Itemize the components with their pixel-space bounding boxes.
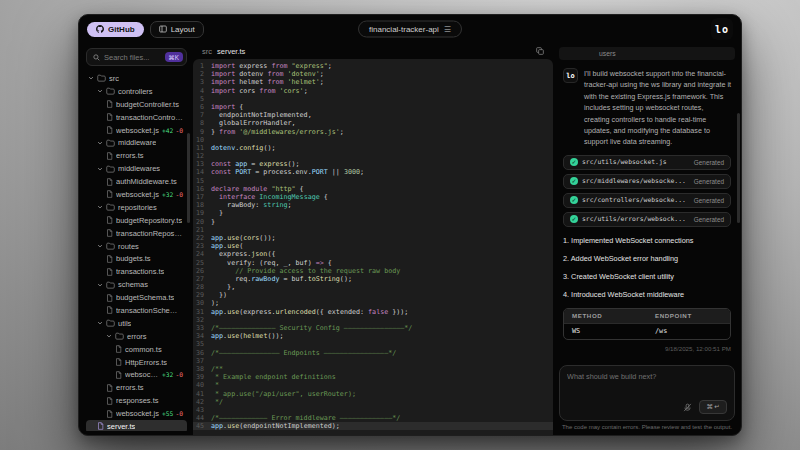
step-item: 2. Added WebSocket error handling	[563, 254, 731, 263]
session-tab[interactable]: users	[559, 47, 735, 60]
chat-scrollbar[interactable]	[737, 113, 740, 223]
send-button[interactable]: ⌘ ↵	[699, 400, 727, 414]
generated-file-card[interactable]: ✓src/controllers/websocke...Generated	[563, 193, 731, 208]
generated-file-card[interactable]: ✓src/middlewares/websocke...Generated	[563, 174, 731, 189]
mic-icon[interactable]	[683, 403, 692, 412]
line-number: 24	[193, 250, 211, 258]
code-line: 1import express from "express";	[193, 62, 553, 70]
generated-file-status: Generated	[694, 197, 724, 204]
tree-folder-schemas[interactable]: schemas	[86, 278, 187, 291]
tree-file-transactionSchema.ts[interactable]: transactionSchema.ts	[86, 304, 187, 317]
line-number: 18	[193, 201, 211, 209]
tree-file-websocket.js[interactable]: websocket.js+42-0	[86, 124, 187, 137]
line-number: 34	[193, 332, 211, 340]
copy-file-button[interactable]	[536, 47, 544, 55]
tree-file-websocket.js[interactable]: websocket.js+32-0	[86, 188, 187, 201]
tree-file-transactionRepository.ts[interactable]: transactionRepository.ts	[86, 227, 187, 240]
code-editor-panel: src server.ts 1import express from "expr…	[191, 43, 555, 435]
line-number: 36	[193, 349, 211, 357]
tree-item-label: repositories	[118, 203, 157, 212]
tree-file-responses.ts[interactable]: responses.ts	[86, 394, 187, 407]
tree-folder-utils[interactable]: utils	[86, 317, 187, 330]
tree-file-transactions.ts[interactable]: transactions.ts	[86, 265, 187, 278]
sidebar-scrollbar[interactable]	[187, 133, 190, 223]
line-number: 39	[193, 373, 211, 381]
code-line: 20}	[193, 218, 553, 226]
generated-file-card[interactable]: ✓src/utils/errors/websock...Generated	[563, 212, 731, 227]
tree-item-label: transactionSchema.ts	[116, 306, 183, 315]
tree-item-label: websocket.js	[116, 190, 159, 199]
tree-file-HttpErrors.ts[interactable]: HttpErrors.ts	[86, 356, 187, 369]
line-number: 42	[193, 398, 211, 406]
folder-icon	[106, 165, 115, 173]
line-number: 19	[193, 209, 211, 217]
tree-file-budgetRepository.ts[interactable]: budgetRepository.ts	[86, 214, 187, 227]
file-tree: srccontrollersbudgetController.tstransac…	[86, 72, 187, 431]
tree-file-errors.ts[interactable]: errors.ts	[86, 381, 187, 394]
chevron-down-icon	[97, 282, 103, 288]
tree-file-budgetController.ts[interactable]: budgetController.ts	[86, 98, 187, 111]
tree-folder-repositories[interactable]: repositories	[86, 201, 187, 214]
tree-folder-src[interactable]: src	[86, 72, 187, 85]
tree-file-server.ts[interactable]: server.ts	[86, 420, 187, 431]
line-number: 4	[193, 87, 211, 95]
chevron-down-icon	[97, 320, 103, 326]
breadcrumb-dir: src	[202, 47, 212, 56]
tree-folder-routes[interactable]: routes	[86, 240, 187, 253]
code-line: 19 }	[193, 209, 553, 217]
line-number: 2	[193, 70, 211, 78]
layout-icon	[159, 25, 167, 33]
search-input[interactable]	[104, 53, 161, 62]
table-header-cell: ENDPOINT	[647, 309, 730, 323]
layout-button[interactable]: Layout	[150, 21, 204, 38]
github-icon	[96, 25, 104, 33]
step-item: 1. Implemented WebSocket connections	[563, 236, 731, 245]
endpoint-table-body: WS/ws	[564, 323, 730, 339]
file-icon	[106, 229, 113, 237]
code-line: 29 })	[193, 291, 553, 299]
file-search[interactable]: ⌘K	[86, 48, 187, 66]
titlebar: GitHub Layout financial-tracker-api ☰ lo	[79, 15, 741, 43]
project-pill[interactable]: financial-tracker-api ☰	[358, 21, 462, 38]
tree-folder-controllers[interactable]: controllers	[86, 85, 187, 98]
chevron-down-icon	[97, 204, 103, 210]
file-icon	[115, 358, 122, 366]
generated-file-card[interactable]: ✓src/utils/websocket.jsGenerated	[563, 155, 731, 170]
tree-file-common.ts[interactable]: common.ts	[86, 343, 187, 356]
tree-file-errors.ts[interactable]: errors.ts	[86, 149, 187, 162]
tree-file-budgetSchema.ts[interactable]: budgetSchema.ts	[86, 291, 187, 304]
check-icon: ✓	[570, 196, 578, 204]
file-icon	[106, 190, 113, 198]
tree-folder-errors[interactable]: errors	[86, 330, 187, 343]
tree-file-authMiddleware.ts[interactable]: authMiddleware.ts	[86, 175, 187, 188]
tree-file-websocket.js[interactable]: websocket.js+32-0	[86, 368, 187, 381]
tree-file-budgets.ts[interactable]: budgets.ts	[86, 252, 187, 265]
diff-stats: +32-0	[162, 191, 183, 198]
line-number: 25	[193, 259, 211, 267]
tree-file-transactionController.ts[interactable]: transactionController.ts	[86, 111, 187, 124]
code-area[interactable]: 1import express from "express";2import d…	[193, 59, 553, 435]
github-button[interactable]: GitHub	[87, 22, 144, 37]
tree-item-label: middleware	[118, 138, 156, 147]
repo-menu-icon: ☰	[444, 25, 451, 34]
code-line: 45app.use(endpointNotImplemented);	[193, 422, 553, 430]
file-icon	[115, 371, 122, 379]
line-number: 12	[193, 152, 211, 160]
endpoint-table: METHODENDPOINT WS/ws	[563, 308, 731, 340]
chat-composer[interactable]: ⌘ ↵	[559, 365, 735, 421]
tree-folder-middlewares[interactable]: middlewares	[86, 162, 187, 175]
chevron-down-icon	[97, 243, 103, 249]
code-line: 43	[193, 406, 553, 414]
code-line: 37	[193, 357, 553, 365]
line-number: 6	[193, 103, 211, 111]
line-number: 20	[193, 218, 211, 226]
table-row: WS/ws	[564, 323, 730, 339]
code-line: 32	[193, 316, 553, 324]
chat-input[interactable]	[567, 372, 727, 398]
generated-file-path: src/middlewares/websocke...	[582, 177, 690, 185]
tree-item-label: budgets.ts	[116, 254, 151, 263]
tree-folder-middleware[interactable]: middleware	[86, 136, 187, 149]
check-icon: ✓	[570, 158, 578, 166]
tree-file-websocket.js[interactable]: websocket.js+55-0	[86, 407, 187, 420]
tree-item-label: authMiddleware.ts	[116, 177, 177, 186]
